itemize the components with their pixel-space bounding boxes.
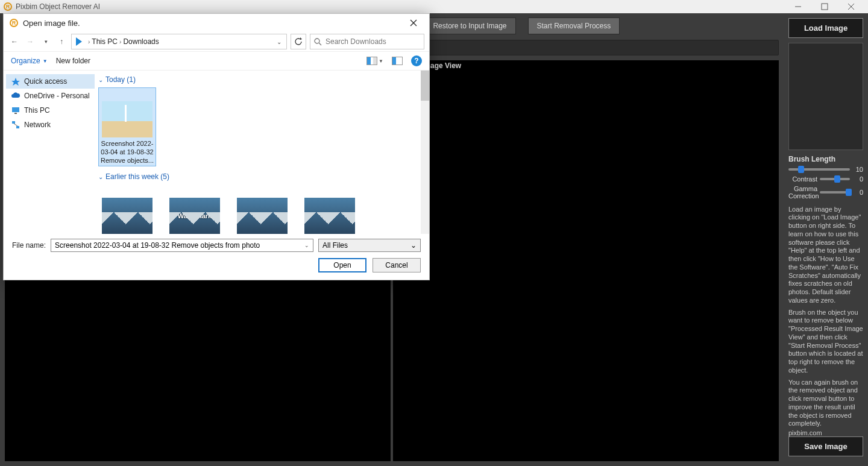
- start-removal-button[interactable]: Start Removal Process: [528, 17, 620, 34]
- open-button[interactable]: Open: [318, 258, 366, 272]
- refresh-button[interactable]: [291, 34, 306, 49]
- dialog-nav-row: ← → ▾ ↑ › This PC › Downloads ⌄ Search D…: [4, 32, 429, 51]
- gamma-slider[interactable]: [820, 191, 850, 194]
- tree-quick-access[interactable]: Quick access: [6, 74, 95, 89]
- dialog-titlebar: R Open image file.: [4, 14, 429, 32]
- gamma-label: Gamma Correction: [788, 185, 817, 200]
- file-filter-value: All Files: [322, 241, 348, 250]
- file-type-filter[interactable]: All Files ⌄: [318, 239, 421, 252]
- file-thumbnail: [102, 101, 153, 137]
- pc-icon: [74, 37, 84, 46]
- file-thumbnail: [237, 198, 288, 234]
- nav-up-button[interactable]: ↑: [55, 36, 68, 48]
- image-preview-box: [788, 43, 863, 150]
- svg-marker-7: [300, 37, 302, 40]
- result-image-pane[interactable]: Result Image View: [393, 60, 779, 461]
- help-text-1: Load an image by clicking on "Load Image…: [788, 206, 863, 305]
- file-thumbnail: [102, 198, 153, 234]
- new-folder-button[interactable]: New folder: [56, 57, 90, 65]
- group-today[interactable]: ⌄ Today (1): [98, 75, 424, 84]
- open-file-dialog: R Open image file. ← → ▾ ↑ › This PC › D…: [3, 13, 430, 280]
- contrast-slider-row: Contrast 0: [788, 175, 863, 183]
- svg-rect-12: [14, 113, 17, 114]
- monitor-icon: [11, 105, 20, 115]
- dialog-toolbar: Organize ▼ New folder ▼ ?: [4, 51, 429, 71]
- chevron-right-icon: ›: [88, 39, 90, 45]
- path-seg-thispc[interactable]: This PC: [92, 37, 118, 46]
- svg-line-9: [319, 43, 321, 45]
- app-titlebar: R Pixbim Object Remover AI: [0, 0, 868, 13]
- file-list-scrollbar[interactable]: [421, 71, 429, 234]
- cloud-icon: [11, 91, 20, 101]
- contrast-slider[interactable]: [820, 178, 850, 180]
- help-text-3: You can again brush on the removed objec…: [788, 379, 863, 429]
- view-mode-button[interactable]: ▼: [366, 57, 383, 65]
- dialog-footer: File name: Screenshot 2022-03-04 at 19-0…: [4, 234, 429, 280]
- breadcrumb-path[interactable]: › This PC › Downloads ⌄: [71, 34, 287, 49]
- svg-rect-1: [822, 4, 828, 10]
- maximize-button[interactable]: [811, 0, 838, 13]
- dialog-logo-icon: R: [10, 19, 18, 27]
- help-icon[interactable]: ?: [411, 55, 422, 66]
- search-box[interactable]: Search Downloads: [310, 34, 424, 49]
- svg-rect-13: [12, 121, 15, 124]
- organize-menu[interactable]: Organize: [11, 57, 40, 65]
- minimize-button[interactable]: [785, 0, 811, 13]
- tree-network[interactable]: Network: [6, 118, 95, 132]
- file-item[interactable]: Watermark: [166, 184, 224, 234]
- nav-back-button[interactable]: ←: [8, 36, 20, 48]
- help-text-2: Brush on the object you want to remove b…: [788, 309, 863, 375]
- svg-marker-10: [11, 78, 20, 86]
- tree-onedrive[interactable]: OneDrive - Personal: [6, 89, 95, 103]
- path-dropdown-icon[interactable]: ⌄: [277, 39, 284, 45]
- load-image-button[interactable]: Load Image: [788, 18, 863, 38]
- svg-point-8: [315, 39, 319, 43]
- organize-chevron-icon: ▼: [43, 58, 48, 64]
- contrast-value: 0: [852, 175, 863, 183]
- cancel-button[interactable]: Cancel: [373, 258, 421, 272]
- file-name-input[interactable]: Screenshot 2022-03-04 at 19-08-32 Remove…: [51, 239, 313, 252]
- dialog-title: Open image file.: [23, 19, 80, 28]
- right-sidebar: Load Image Brush Length 10 Contrast 0 Ga…: [784, 13, 868, 466]
- chevron-down-icon: ⌄: [98, 77, 103, 83]
- search-icon: [314, 38, 322, 46]
- restore-button[interactable]: Restore to Input Image: [424, 17, 515, 34]
- nav-recent-dropdown[interactable]: ▾: [40, 36, 52, 48]
- chevron-right-icon: ›: [119, 39, 121, 45]
- gamma-value: 0: [852, 189, 863, 196]
- file-item[interactable]: [301, 184, 359, 234]
- tree-this-pc[interactable]: This PC: [6, 103, 95, 118]
- save-image-button[interactable]: Save Image: [788, 436, 863, 456]
- preview-pane-button[interactable]: [392, 57, 403, 65]
- group-earlier[interactable]: ⌄ Earlier this week (5): [98, 172, 424, 181]
- svg-rect-11: [12, 107, 19, 112]
- svg-marker-6: [76, 37, 82, 46]
- search-placeholder: Search Downloads: [326, 37, 386, 46]
- file-item-selected[interactable]: Screenshot 2022-03-04 at 19-08-32 Remove…: [98, 87, 156, 166]
- file-name-value: Screenshot 2022-03-04 at 19-08-32 Remove…: [55, 241, 260, 250]
- filter-dropdown-icon[interactable]: ⌄: [410, 241, 417, 250]
- tree-label: Quick access: [24, 77, 67, 86]
- svg-rect-14: [16, 126, 19, 128]
- svg-line-15: [14, 124, 17, 126]
- group-label: Earlier this week (5): [105, 172, 169, 181]
- pixbim-link[interactable]: pixbim.com: [788, 429, 863, 436]
- dialog-body: Quick access OneDrive - Personal This PC…: [4, 71, 429, 234]
- brush-length-slider[interactable]: [788, 168, 850, 171]
- app-logo-icon: R: [4, 2, 12, 11]
- chevron-down-icon: ⌄: [98, 174, 103, 180]
- file-item[interactable]: [98, 184, 156, 234]
- file-item[interactable]: [233, 184, 291, 234]
- network-icon: [11, 120, 20, 130]
- pin-icon: [11, 77, 20, 86]
- path-seg-downloads[interactable]: Downloads: [123, 37, 159, 46]
- app-title: Pixbim Object Remover AI: [16, 2, 100, 11]
- tree-label: This PC: [24, 106, 50, 115]
- gamma-slider-row: Gamma Correction 0: [788, 185, 863, 200]
- nav-forward-button[interactable]: →: [24, 36, 36, 48]
- dialog-close-button[interactable]: [404, 16, 423, 30]
- filename-dropdown-icon[interactable]: ⌄: [304, 242, 309, 248]
- close-app-button[interactable]: [838, 0, 864, 13]
- file-thumbnail: Watermark: [169, 198, 220, 234]
- file-name-label: File name:: [12, 241, 46, 250]
